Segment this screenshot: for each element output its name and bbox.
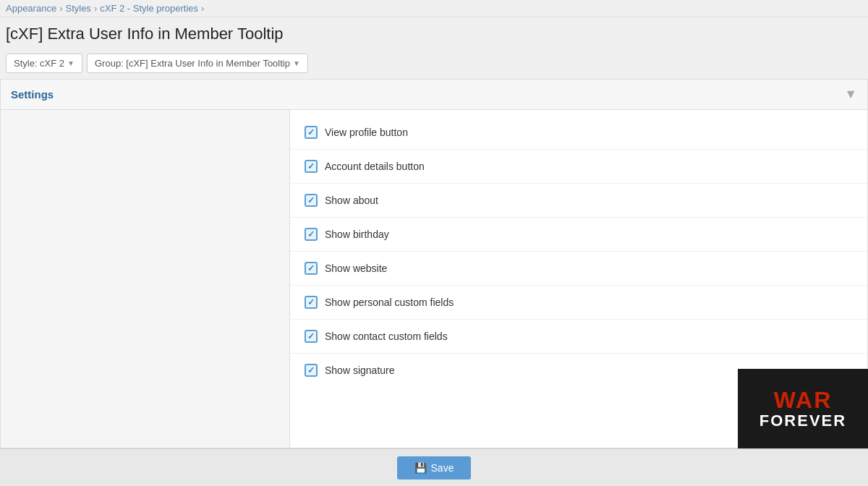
checkbox-item: Show personal custom fields (290, 286, 867, 320)
save-label: Save (431, 462, 454, 474)
checkbox-label-2: Show about (325, 195, 378, 206)
settings-left-panel (1, 110, 290, 448)
checkbox-label-4: Show website (325, 263, 387, 274)
checkbox-2[interactable] (305, 194, 318, 207)
page-footer: 💾 Save (0, 448, 868, 486)
checkbox-1[interactable] (305, 160, 318, 173)
breadcrumb-style-properties[interactable]: cXF 2 - Style properties (100, 3, 198, 14)
checkbox-7[interactable] (305, 364, 318, 377)
checkbox-label-3: Show birthday (325, 229, 389, 240)
style-dropdown-label: Style: cXF 2 (14, 58, 64, 69)
checkbox-item: Show website (290, 252, 867, 286)
checkbox-5[interactable] (305, 296, 318, 309)
watermark-forever: FOREVER (760, 413, 846, 429)
settings-collapse-icon[interactable]: ▼ (844, 87, 857, 102)
checkbox-item: Show contact custom fields (290, 320, 867, 354)
checkbox-item: Account details button (290, 150, 867, 184)
checkbox-0[interactable] (305, 126, 318, 139)
watermark-text: WAR FOREVER (760, 388, 846, 429)
group-dropdown[interactable]: Group: [cXF] Extra User Info in Member T… (87, 54, 308, 73)
checkbox-label-1: Account details button (325, 161, 425, 172)
group-dropdown-caret: ▼ (293, 59, 300, 67)
breadcrumb-appearance[interactable]: Appearance (6, 3, 56, 14)
checkbox-label-5: Show personal custom fields (325, 297, 454, 308)
watermark: WAR FOREVER (738, 369, 868, 448)
checkbox-item: Show about (290, 184, 867, 218)
checkbox-4[interactable] (305, 262, 318, 275)
checkbox-label-0: View profile button (325, 127, 408, 138)
save-button[interactable]: 💾 Save (397, 456, 472, 479)
checkbox-item: View profile button (290, 116, 867, 150)
group-dropdown-label: Group: [cXF] Extra User Info in Member T… (95, 58, 290, 69)
checkbox-item: Show birthday (290, 218, 867, 252)
checkbox-3[interactable] (305, 228, 318, 241)
style-dropdown[interactable]: Style: cXF 2 ▼ (6, 54, 82, 73)
breadcrumb: Appearance › Styles › cXF 2 - Style prop… (0, 0, 868, 17)
breadcrumb-styles[interactable]: Styles (65, 3, 90, 14)
save-icon: 💾 (414, 462, 427, 474)
checkbox-label-6: Show contact custom fields (325, 331, 448, 342)
settings-header-title: Settings (11, 88, 54, 101)
style-dropdown-caret: ▼ (67, 59, 75, 67)
checkbox-label-7: Show signature (325, 364, 395, 376)
toolbar: Style: cXF 2 ▼ Group: [cXF] Extra User I… (0, 51, 868, 79)
checkbox-6[interactable] (305, 330, 318, 343)
page-title: [cXF] Extra User Info in Member Tooltip (0, 17, 868, 51)
settings-header: Settings ▼ (1, 80, 867, 110)
watermark-war: WAR (774, 387, 833, 413)
